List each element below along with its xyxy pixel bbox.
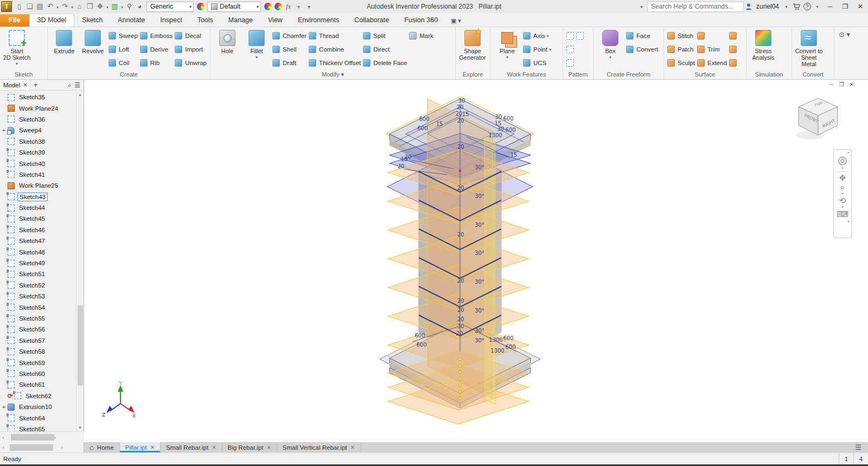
help-caret-icon[interactable]: ▾ [812,1,822,12]
doc-restore-icon[interactable]: ❐ [839,81,844,87]
user-name[interactable]: zuriel04 [756,3,779,10]
tree-item-sketch36[interactable]: Sketch36 [0,114,76,125]
user-menu-caret-icon[interactable]: ▾ [781,1,792,12]
search-expand-icon[interactable]: ▸ [637,1,647,12]
redo-icon-caret[interactable]: ▾ [70,2,74,12]
tree-item-sketch43[interactable]: Sketch43 [0,191,76,202]
tree-item-sketch51[interactable]: Sketch51 [0,269,76,279]
navwheel-caret-icon[interactable]: ▾ [841,166,844,170]
ribbon-tab-file[interactable]: File [0,14,29,27]
undo-icon[interactable]: ↶ [45,1,55,11]
doc-tab-small-rebar-ipt[interactable]: Small Rebar.ipt✕ [161,442,222,452]
start-2d-sketch-button[interactable]: Start 2D Sketch▾ [3,28,31,66]
tree-item-sketch45[interactable]: Sketch45 [0,213,76,224]
dropdown-caret-icon[interactable]: ▾ [256,55,258,60]
emboss-button[interactable]: Emboss [140,29,173,42]
fillet-button[interactable]: Fillet▾ [242,28,271,60]
tree-item-sketch62[interactable]: ⟳Sketch62 [0,391,76,401]
tree-item-sketch40[interactable]: Sketch40 [0,158,76,169]
doc-close-icon[interactable]: ✕ [850,81,854,87]
ribbon-tab-tools[interactable]: Tools [190,14,221,27]
doc-tab-close-icon[interactable]: ✕ [212,444,216,450]
derive-button[interactable]: Derive [140,42,173,56]
circular-pattern-button[interactable] [566,42,574,56]
tree-item-work-plane24[interactable]: Work Plane24 [0,103,76,113]
ribbon-tab-sketch[interactable]: Sketch [74,14,110,27]
ruled-surface-button[interactable] [697,29,727,42]
tree-item-extrusion10[interactable]: +Extrusion10 [0,401,76,412]
trim-button[interactable]: Trim [697,42,727,56]
stitch-button[interactable]: Stitch [667,29,695,42]
doc-tab-home[interactable]: ⌂Home [84,442,120,452]
dropdown-caret-icon[interactable]: ▾ [16,61,18,66]
tree-item-sketch59[interactable]: Sketch59 [0,357,76,368]
stress-analysis-button[interactable]: Stress Analysis [749,28,777,61]
decal-button[interactable]: Decal [175,29,207,42]
sculpt-button[interactable]: Sculpt [667,56,695,69]
ribbon-display-toggle-icon[interactable]: ▣ ▾ [451,17,461,27]
thicken-offset-button[interactable]: Thicken/ Offset [309,56,361,69]
convert-button[interactable]: Convert [626,42,658,56]
draft-button[interactable]: Draft [272,56,307,69]
axis-button[interactable]: Axis ▾ [523,29,551,42]
browser-menu-icon[interactable]: ☰ [74,81,80,89]
tree-item-sketch44[interactable]: Sketch44 [0,202,76,213]
tree-item-sketch53[interactable]: Sketch53 [0,291,76,302]
viewport[interactable]: 6006001530202015203060015306001300151520… [84,80,868,442]
browser-add-tab-icon[interactable]: + [34,81,38,89]
orbit-caret-icon[interactable]: ▾ [841,205,844,209]
search-input[interactable]: Search Help & Commands... [647,2,744,12]
loft-button[interactable]: Loft [108,42,138,56]
tree-item-sketch60[interactable]: Sketch60 [0,368,76,379]
dropdown-caret-icon[interactable]: ▾ [506,55,508,60]
sweep-button[interactable]: Sweep [108,29,138,42]
tree-item-sketch38[interactable]: Sketch38 [0,136,76,147]
surface-extra-3-button[interactable] [729,56,737,69]
zoom-caret-icon[interactable]: ▾ [841,191,844,196]
direct-button[interactable]: Direct [363,42,407,56]
tree-item-sketch52[interactable]: Sketch52 [0,280,76,291]
rib-button[interactable]: Rib [140,56,173,69]
tree-item-sketch58[interactable]: Sketch58 [0,346,76,357]
mirror-button[interactable] [576,29,584,42]
close-button[interactable]: ✕ [853,1,868,12]
face-button[interactable]: Face [626,29,658,42]
freemove-icon-caret[interactable]: ▾ [105,2,110,12]
tree-item-sketch46[interactable]: Sketch46 [0,225,76,235]
new-file-icon[interactable]: ▯ [14,1,24,11]
orbit-icon[interactable]: ⟲ [839,196,846,205]
save-icon[interactable]: ▤ [35,1,45,11]
surface-extra-2-button[interactable] [729,42,737,56]
browser-search-icon[interactable]: ⌕ [68,81,72,89]
store-cart-icon[interactable] [792,1,802,12]
help-icon[interactable]: ? [802,1,812,12]
mark-button[interactable]: Mark [409,29,433,42]
doc-tabs-menu-icon[interactable]: ☰ [848,442,868,452]
combine-button[interactable]: Combine [309,42,361,56]
chamfer-button[interactable]: Chamfer [272,29,307,42]
tree-item-sketch41[interactable]: Sketch41 [0,169,76,180]
dropdown-caret-icon[interactable]: ▾ [549,47,551,52]
browser-vertical-scrollbar[interactable]: ▴ ▾ [76,92,84,431]
navbar-menu-icon[interactable]: ● [847,219,851,223]
material-icon[interactable]: ▥ [110,1,120,11]
tree-item-sketch49[interactable]: Sketch49 [0,258,76,269]
user-avatar-icon[interactable] [744,1,754,12]
coil-button[interactable]: Coil [108,56,138,69]
browser-tab-model[interactable]: Model✕ [0,80,30,90]
browser-tab-close-icon[interactable]: ✕ [23,82,27,88]
plane-button[interactable]: Plane▾ [493,28,521,60]
shell-button[interactable]: Shell [272,42,307,56]
ribbon-tab-annotate[interactable]: Annotate [110,14,152,27]
tree-item-sweep4[interactable]: +Sweep4 [0,125,76,136]
extrude-button[interactable]: Extrude [50,28,78,54]
delete-face-button[interactable]: Delete Face [363,56,407,69]
navigation-wheel-icon[interactable]: ◎ [838,154,847,166]
sketch-driven-pattern-button[interactable] [566,56,574,69]
split-button[interactable]: Split [363,29,407,42]
panel-bottom-scrollbar[interactable]: ‹› [0,442,84,452]
expander-icon[interactable]: + [1,127,7,133]
patch-button[interactable]: Patch [667,42,695,56]
view-cube[interactable]: TOP FRONT RIGHT [791,95,845,144]
surface-extra-1-button[interactable] [729,29,737,42]
